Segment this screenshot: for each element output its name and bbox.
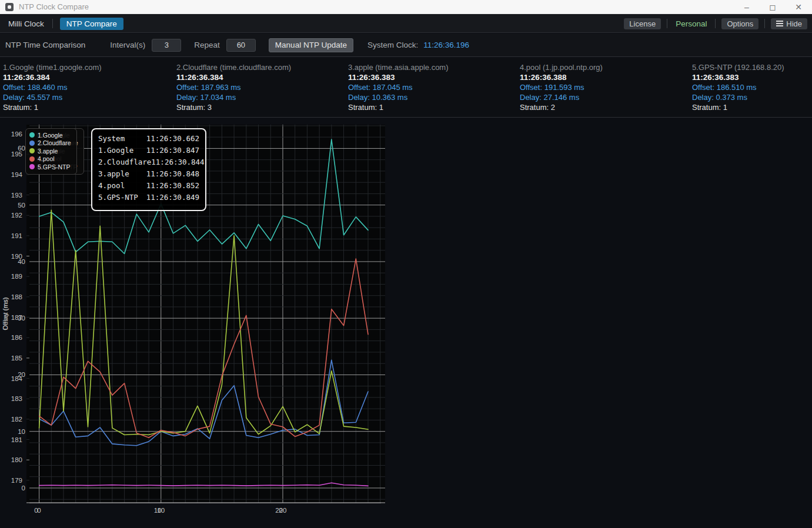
server-time: 11:26:36.384 [176,72,341,82]
server-time: 11:26:36.388 [520,72,684,82]
tooltip-label: System [98,134,125,146]
title-bar: NTP Clock Compare – ◻ ✕ [0,0,812,14]
delay-chart-legend[interactable]: 1.Google2.Cloudflare3.apple4.pool5.GPS-N… [25,128,77,175]
server-offset: Offset: 187.045 ms [348,82,513,92]
close-button[interactable]: ✕ [793,2,804,12]
server-stratum: Stratum: 3 [176,102,341,112]
personal-button[interactable]: Personal [673,18,709,29]
tooltip-label: 2.Cloudflare [98,158,151,169]
tab-ntp-compare[interactable]: NTP Compare [60,18,123,30]
server-panel-5: 5.GPS-NTP (192.168.8.20)11:26:36.383Offs… [692,62,812,112]
tooltip-time: 11:26:30.662 [146,134,199,146]
tooltip-label: 3.apple [98,169,129,181]
server-offset: Offset: 191.593 ms [520,82,684,92]
tooltip-time: 11:26:30.852 [146,181,199,193]
y-tick-label: 0 [22,484,25,492]
toolbar-title: NTP Time Comparison [5,41,85,49]
chart-canvas[interactable]: 010203040506001020Delay (ms) [0,121,424,528]
server-time: 11:26:36.383 [692,72,812,82]
server-stratum: Stratum: 1 [692,102,812,112]
server-offset: Offset: 188.460 ms [3,82,168,92]
server-panels: 1.Google (time1.google.com)11:26:36.384O… [0,58,812,118]
x-tick-label: 0 [37,507,41,514]
tooltip-row: 2.Cloudflare11:26:30.844 [98,158,199,169]
server-stratum: Stratum: 1 [348,102,513,112]
x-tick-label: 10 [157,507,165,514]
maximize-button[interactable]: ◻ [767,2,778,12]
server-offset: Offset: 186.510 ms [692,82,812,92]
tooltip-label: 5.GPS-NTP [98,193,138,205]
window-title: NTP Clock Compare [19,2,89,11]
app-icon [5,3,14,11]
server-delay: Delay: 0.373 ms [692,92,812,102]
legend-dot-icon [29,164,35,169]
delay-chart[interactable]: 010203040506001020Delay (ms) 1.Google2.C… [0,121,424,528]
license-button[interactable]: License [624,18,661,29]
server-panel-3: 3.apple (time.asia.apple.com)11:26:36.38… [348,62,513,112]
manual-ntp-update-button[interactable]: Manual NTP Update [269,38,353,52]
interval-label: Interval(s) [110,41,145,49]
legend-dot-icon [29,148,35,153]
menu-icon [776,21,783,26]
legend-dot-icon [29,132,35,138]
legend-label: 1.Google [38,132,63,139]
tab-milli-clock[interactable]: Milli Clock [0,19,52,28]
legend-label: 4.pool [38,155,55,162]
server-delay: Delay: 45.557 ms [3,92,168,102]
legend-item[interactable]: 4.pool [29,155,71,163]
server-time: 11:26:36.383 [348,72,513,82]
server-panel-1: 1.Google (time1.google.com)11:26:36.384O… [3,62,168,112]
y-tick-label: 10 [18,428,25,435]
server-stratum: Stratum: 2 [520,102,684,112]
hide-button-label: Hide [786,19,802,28]
server-time: 11:26:36.384 [3,72,168,82]
options-button[interactable]: Options [721,18,758,29]
tooltip-row: 4.pool11:26:30.852 [98,181,199,193]
hide-button[interactable]: Hide [771,18,807,29]
server-name: 1.Google (time1.google.com) [3,62,168,72]
legend-label: 3.apple [38,148,58,155]
tooltip-row: 3.apple11:26:30.848 [98,169,199,181]
tooltip-row: 5.GPS-NTP11:26:30.849 [98,193,199,205]
x-tick-label: 20 [279,507,287,514]
server-delay: Delay: 10.363 ms [348,92,513,102]
interval-input[interactable] [152,39,181,52]
tooltip-time: 11:26:30.844 [151,158,204,169]
legend-item[interactable]: 2.Cloudflare [29,139,71,148]
separator [52,19,53,28]
legend-item[interactable]: 5.GPS-NTP [29,163,71,171]
server-name: 4.pool (1.jp.pool.ntp.org) [520,62,684,72]
server-offset: Offset: 187.963 ms [176,82,341,92]
server-name: 5.GPS-NTP (192.168.8.20) [692,62,812,72]
repeat-label: Repeat [194,41,220,49]
tabbar-right-group: License Personal Options Hide [624,18,812,29]
toolbar: NTP Time Comparison Interval(s) Repeat M… [0,34,812,57]
system-clock-label: System Clock: [367,41,418,49]
tooltip-time: 11:26:30.849 [146,193,199,205]
server-panel-4: 4.pool (1.jp.pool.ntp.org)11:26:36.388Of… [520,62,684,112]
system-clock-value: 11:26:36.196 [423,41,469,49]
y-tick-label: 50 [18,202,25,209]
tooltip-row: 1.Google11:26:30.847 [98,146,199,158]
server-name: 3.apple (time.asia.apple.com) [348,62,513,72]
server-name: 2.Cloudflare (time.cloudflare.com) [176,62,341,72]
y-tick-label: 60 [18,145,25,152]
legend-item[interactable]: 3.apple [29,147,71,155]
server-stratum: Stratum: 1 [3,102,168,112]
window-controls: – ◻ ✕ [741,0,807,14]
tooltip-label: 1.Google [98,146,133,158]
legend-label: 2.Cloudflare [38,139,71,146]
separator [764,19,765,28]
repeat-input[interactable] [226,39,256,52]
server-delay: Delay: 27.146 ms [520,92,684,102]
separator [715,19,716,28]
chart-tooltip: System11:26:30.6621.Google11:26:30.8472.… [91,128,206,211]
y-tick-label: 40 [18,258,25,265]
y-tick-label: 30 [18,315,25,322]
y-tick-label: 20 [18,371,25,378]
minimize-button[interactable]: – [741,2,752,12]
legend-item[interactable]: 1.Google [29,131,71,139]
legend-dot-icon [29,141,35,146]
tooltip-time: 11:26:30.847 [146,146,199,158]
server-panel-2: 2.Cloudflare (time.cloudflare.com)11:26:… [176,62,341,112]
